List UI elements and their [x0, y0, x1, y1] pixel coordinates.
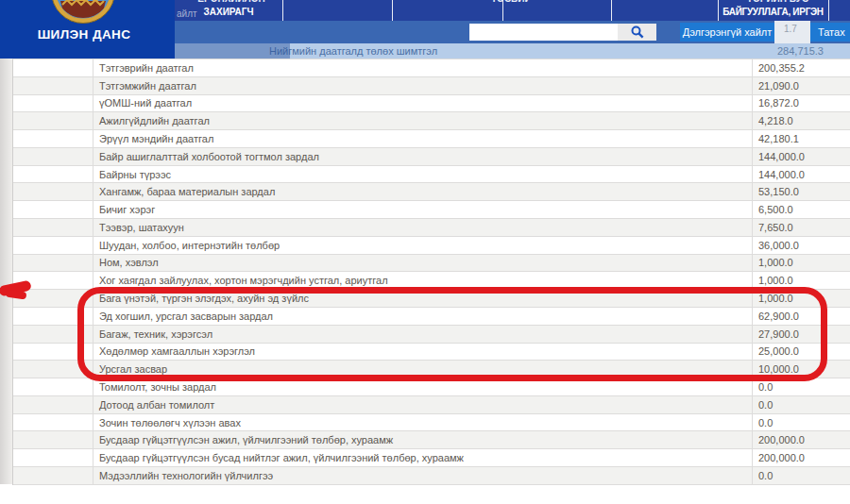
row-name: Ном, хэвлэл — [94, 255, 753, 272]
table-row[interactable]: Байрны түрээс144,000.0 — [13, 166, 850, 184]
nav-divider — [392, 0, 393, 21]
table-row[interactable]: Шуудан, холбоо, интернэтийн төлбөр36,000… — [13, 237, 850, 255]
row-value: 1,000.0 — [753, 272, 850, 289]
table-row[interactable]: Бичиг хэрэг6,500.0 — [13, 201, 850, 219]
row-indent-cell — [13, 361, 94, 378]
table-row[interactable]: Хог хаягдал зайлуулах, хортон мэрэгчдийн… — [13, 272, 850, 290]
row-indent-cell — [13, 219, 94, 236]
nav-tab-zahiragch[interactable]: ЗАХИРАГЧ — [175, 7, 282, 17]
search-input[interactable] — [469, 24, 620, 41]
table-row[interactable]: Тэтгэврийн даатгал200,355.2 — [13, 59, 850, 77]
row-value: 21,090.0 — [753, 77, 850, 94]
table-row[interactable]: Зочин төлөөлөгч хүлээн авах0.0 — [13, 414, 850, 432]
row-name: Байр ашиглалттай холбоотой тогтмол зарда… — [94, 148, 753, 165]
row-value: 42,180.1 — [753, 130, 850, 147]
table-row[interactable]: Бусдаар гүйцэтгүүлсэн ажил, үйлчилгээний… — [13, 431, 850, 449]
row-value: 4,218.0 — [753, 112, 850, 129]
table-row[interactable]: Тэтгэмжийн даатгал21,090.0 — [13, 77, 850, 95]
row-name: Байрны түрээс — [94, 166, 753, 183]
logo-panel[interactable]: ШИЛЭН ДАНС — [0, 0, 175, 59]
table-row[interactable]: Мэдээллийн технологийн үйлчилгээ0.0 — [13, 467, 850, 485]
row-name: Бусдаар гүйцэтгүүлсэн ажил, үйлчилгээний… — [94, 431, 753, 448]
row-indent-cell — [13, 237, 94, 254]
row-value: 6,500.0 — [753, 201, 850, 218]
row-indent-cell — [13, 95, 94, 112]
row-indent-cell — [13, 148, 94, 165]
highlight-row-value: 284,715.3 — [777, 45, 824, 57]
table-row[interactable]: Томилолт, зочны зардал0.0 — [13, 378, 850, 396]
advanced-search-button[interactable]: Дэлгэрэнгүй хайлт — [680, 23, 774, 42]
row-indent-cell — [13, 467, 94, 484]
highlight-row-name: Нийгмийн даатгалд төлөх шимтгэл — [269, 45, 437, 57]
row-indent-cell — [13, 166, 94, 183]
row-indent-cell — [13, 290, 94, 307]
row-value: 7,650.0 — [753, 219, 850, 236]
table-row[interactable]: Хангамж, бараа материалын зардал53,150.0 — [13, 183, 850, 201]
row-value: 144,000.0 — [753, 166, 850, 183]
peek-value: 1.7 — [784, 24, 797, 34]
nav-tab-baiguullaga-irgen[interactable]: БАЙГУУЛЛАГА, ИРГЭН — [718, 7, 828, 17]
table-row[interactable]: үОМШ-ний даатгал16,872.0 — [13, 95, 850, 113]
row-name: Хангамж, бараа материалын зардал — [94, 183, 753, 200]
row-name: Урсгал засвар — [94, 361, 753, 378]
table-row[interactable]: Тээвэр, шатахуун7,650.0 — [13, 219, 850, 237]
row-name: Бага үнэтэй, түргэн элэгдэх, ахуйн эд зү… — [94, 290, 753, 307]
row-value: 0.0 — [753, 378, 850, 395]
row-indent-cell — [13, 378, 94, 395]
row-name: Хог хаягдал зайлуулах, хортон мэрэгчдийн… — [94, 272, 753, 289]
row-indent-cell — [13, 183, 94, 200]
nav-divider — [611, 0, 612, 21]
table-row[interactable]: Бусдаар гүйцэтгүүлсэн бусад нийтлэг ажил… — [13, 449, 850, 467]
search-icon — [630, 25, 645, 40]
row-indent-cell — [13, 308, 94, 325]
page-gutter — [0, 59, 12, 484]
search-button[interactable] — [618, 24, 656, 41]
download-button[interactable]: Татах — [810, 23, 850, 42]
table-row[interactable]: Эд хогшил, урсгал засварын зардал62,900.… — [13, 308, 850, 326]
row-value: 16,872.0 — [753, 95, 850, 112]
row-value: 53,150.0 — [753, 183, 850, 200]
table-row[interactable]: Багаж, техник, хэрэгсэл27,900.0 — [13, 326, 850, 344]
table-row[interactable]: Дотоод албан томилолт0.0 — [13, 396, 850, 414]
row-indent-cell — [13, 272, 94, 289]
table-row[interactable]: Эрүүл мэндийн даатгал42,180.1 — [13, 130, 850, 148]
nav-divider — [282, 0, 283, 21]
row-value: 27,900.0 — [753, 326, 850, 343]
table-row[interactable]: Бага үнэтэй, түргэн элэгдэх, ахуйн эд зү… — [13, 290, 850, 308]
row-value: 200,000.0 — [753, 449, 850, 466]
row-name: Тэтгэврийн даатгал — [94, 59, 753, 76]
row-value: 10,000.0 — [753, 361, 850, 378]
row-name: Дотоод албан томилолт — [94, 396, 753, 413]
row-indent-cell — [13, 344, 94, 361]
row-name: Зочин төлөөлөгч хүлээн авах — [94, 414, 753, 431]
row-name: Томилолт, зочны зардал — [94, 378, 753, 395]
row-indent-cell — [13, 130, 94, 147]
table-row[interactable]: Ажилгүйдлийн даатгал4,218.0 — [13, 112, 850, 130]
row-name: Бичиг хэрэг — [94, 201, 753, 218]
row-indent-cell — [13, 431, 94, 448]
table-row[interactable]: Байр ашиглалттай холбоотой тогтмол зарда… — [13, 148, 850, 166]
row-name: Хөдөлмөр хамгааллын хэрэглэл — [94, 344, 753, 361]
nav-bar: айлт ЕРӨНХИЙЛӨН ТӨСВИЙН ТӨРИЙН БУС ЗАХИР… — [175, 0, 850, 21]
toolbar: Дэлгэрэнгүй хайлт 1.7 Татах — [175, 21, 850, 43]
row-value: 1,000.0 — [753, 255, 850, 272]
row-indent-cell — [13, 77, 94, 94]
row-value: 25,000.0 — [753, 344, 850, 361]
row-indent-cell — [13, 396, 94, 413]
highlight-row-overlay — [175, 43, 290, 59]
row-name: Тэтгэмжийн даатгал — [94, 77, 753, 94]
row-value: 144,000.0 — [753, 148, 850, 165]
row-indent-cell — [13, 449, 94, 466]
row-name: Ажилгүйдлийн даатгал — [94, 112, 753, 129]
table-row[interactable]: Ном, хэвлэл1,000.0 — [13, 255, 850, 273]
tab-org-top-fragment: ТӨРИЙН БУС — [727, 0, 828, 5]
nav-divider — [828, 0, 829, 21]
table-row[interactable]: Хөдөлмөр хамгааллын хэрэглэл25,000.0 — [13, 344, 850, 361]
row-name: үОМШ-ний даатгал — [94, 95, 753, 112]
row-value: 0.0 — [753, 414, 850, 431]
row-value: 0.0 — [753, 467, 850, 484]
background-peek: 1.7 — [774, 21, 810, 43]
row-indent-cell — [13, 112, 94, 129]
row-indent-cell — [13, 326, 94, 343]
table-row[interactable]: Урсгал засвар10,000.0 — [13, 361, 850, 378]
